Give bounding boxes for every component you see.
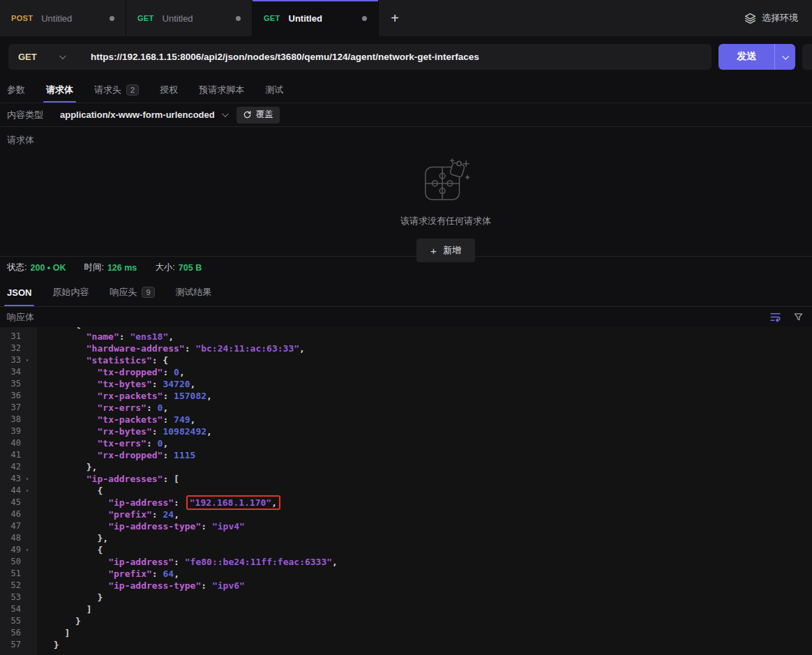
line-number: 48: [0, 532, 21, 544]
puzzle-icon: [421, 158, 471, 205]
content-type-select[interactable]: application/x-www-form-urlencoded: [60, 110, 227, 120]
line-number: 37: [0, 402, 21, 414]
fold-arrow-icon[interactable]: ▾: [21, 485, 33, 497]
unsaved-dot-icon: [236, 16, 241, 21]
send-button[interactable]: 发送: [719, 44, 795, 70]
tab-params[interactable]: 参数: [7, 77, 25, 103]
request-body-label: 请求体: [7, 134, 34, 146]
url-input[interactable]: [91, 52, 712, 62]
tab-label: 测试结果: [176, 286, 212, 299]
tab-label: 响应头: [110, 286, 137, 299]
code-line: 39"rx-bytes": 10982492,: [0, 426, 812, 437]
layers-icon: [744, 13, 756, 24]
refresh-icon: [243, 110, 252, 119]
filter-button[interactable]: [793, 312, 804, 322]
editor-tab[interactable]: GETUntitled: [253, 0, 379, 36]
fold-arrow-icon[interactable]: ▾: [21, 544, 33, 556]
fold-arrow-icon: [21, 592, 33, 603]
environment-selector[interactable]: 选择环境: [744, 0, 798, 36]
fold-arrow-icon: [21, 520, 33, 532]
tab-auth[interactable]: 授权: [160, 77, 178, 103]
code-rows: 30▾{31"name": "ens18",32"hardware-addres…: [0, 327, 812, 651]
fold-arrow-icon[interactable]: ▾: [21, 473, 33, 485]
filter-funnel-icon: [793, 312, 804, 322]
line-number: 56: [0, 627, 21, 639]
tab-title: Untitled: [41, 13, 72, 24]
tab-label: 请求体: [46, 84, 73, 96]
line-number: 55: [0, 615, 21, 627]
plus-icon: +: [391, 10, 399, 27]
tab-test-results[interactable]: 测试结果: [176, 278, 212, 306]
word-wrap-icon: [769, 311, 781, 323]
tab-raw[interactable]: 原始内容: [52, 278, 89, 306]
status-value: 200 • OK: [30, 263, 66, 273]
unsaved-dot-icon: [110, 16, 114, 21]
tab-resp-headers[interactable]: 响应头9: [110, 278, 154, 306]
line-number: 43: [0, 473, 21, 485]
code-line: 56]: [0, 627, 812, 639]
line-number: 42: [0, 461, 21, 473]
time-label: 时间:: [84, 262, 103, 273]
url-box: GET: [8, 44, 712, 70]
request-bar: GET 发送: [0, 36, 812, 77]
fold-arrow-icon: [21, 426, 33, 437]
new-tab-button[interactable]: +: [379, 0, 411, 36]
tab-tests[interactable]: 测试: [265, 77, 283, 103]
code-line: 36"rx-packets": 157082,: [0, 390, 812, 402]
line-number: 34: [0, 366, 21, 378]
unsaved-dot-icon: [362, 16, 367, 21]
code-line: 52"ip-address-type": "ipv6": [0, 580, 812, 592]
word-wrap-toggle[interactable]: [769, 311, 781, 323]
method-selector[interactable]: GET: [8, 52, 91, 62]
tab-prescript[interactable]: 预请求脚本: [199, 77, 244, 103]
editor-tab[interactable]: POSTUntitled: [0, 0, 126, 36]
fold-arrow-icon: [21, 627, 33, 639]
tab-label: 参数: [7, 84, 25, 96]
line-number: 52: [0, 580, 21, 592]
line-number: 47: [0, 520, 21, 532]
code-line: 46"prefix": 24,: [0, 509, 812, 520]
fold-arrow-icon: [21, 532, 33, 544]
editor-tab[interactable]: GETUntitled: [126, 0, 253, 36]
tab-label: 预请求脚本: [199, 84, 244, 96]
add-body-button[interactable]: + 新增: [416, 239, 475, 262]
tab-method-label: GET: [137, 14, 154, 22]
response-body-row: 响应体: [0, 307, 812, 327]
fold-arrow-icon: [21, 568, 33, 580]
code-line: 49▾{: [0, 544, 812, 556]
tab-json[interactable]: JSON: [7, 278, 31, 306]
fold-arrow-icon[interactable]: ▾: [21, 354, 33, 366]
line-number: 51: [0, 568, 21, 580]
status-item: 状态: 200 • OK: [7, 262, 66, 273]
line-number: 41: [0, 449, 21, 461]
empty-state: 该请求没有任何请求体 + 新增: [400, 127, 491, 262]
fold-arrow-icon: [21, 461, 33, 473]
json-response-viewer[interactable]: 30▾{31"name": "ens18",32"hardware-addres…: [0, 327, 812, 655]
code-line: 51"prefix": 64,: [0, 568, 812, 580]
code-line: 50"ip-address": "fe80::be24:11ff:feac:63…: [0, 556, 812, 568]
tab-label: 授权: [160, 84, 178, 96]
tab-headers[interactable]: 请求头2: [94, 77, 139, 103]
code-line: 44▾{: [0, 485, 812, 497]
chevron-down-icon: [782, 52, 789, 59]
code-line: 41"rx-dropped": 1115: [0, 449, 812, 461]
highlight-annotation: "192.168.1.170",: [186, 495, 280, 510]
fold-arrow-icon: [21, 615, 33, 627]
fold-arrow-icon: [21, 342, 33, 354]
tab-label: JSON: [7, 287, 31, 298]
line-number: 50: [0, 556, 21, 568]
tab-method-label: GET: [264, 14, 280, 22]
code-line: 45"ip-address": "192.168.1.170",: [0, 497, 812, 509]
line-number: 46: [0, 509, 21, 520]
chevron-down-icon: [59, 52, 66, 59]
size-label: 大小:: [155, 262, 174, 273]
code-line: 48},: [0, 532, 812, 544]
save-button-partial[interactable]: [802, 44, 812, 70]
override-button[interactable]: 覆盖: [236, 107, 280, 123]
content-type-label: 内容类型: [7, 109, 43, 121]
code-line: 34"tx-dropped": 0,: [0, 366, 812, 378]
tab-body[interactable]: 请求体: [46, 77, 73, 103]
send-options-dropdown[interactable]: [774, 44, 795, 70]
response-tabs: JSON原始内容响应头9测试结果: [0, 278, 812, 307]
code-line: 38"tx-packets": 749,: [0, 414, 812, 426]
